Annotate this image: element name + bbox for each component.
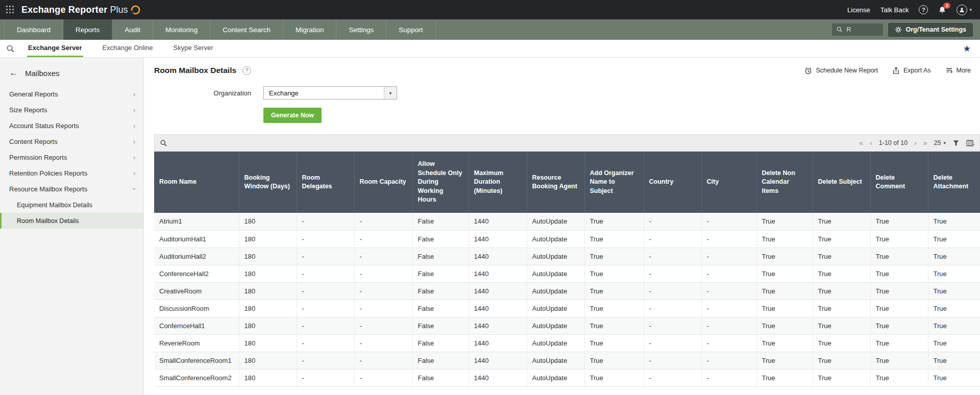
license-link[interactable]: License [847,6,870,14]
table-cell: - [354,230,412,248]
sidebar-item-equipment-mailbox-details[interactable]: Equipment Mailbox Details [0,197,143,213]
user-avatar-icon [957,5,967,15]
table-cell: True [813,265,870,282]
schedule-new-report-button[interactable]: Schedule New Report [804,67,878,75]
topbar: Exchange Reporter Plus License Talk Back… [0,0,980,19]
schedule-new-report-label: Schedule New Report [816,67,878,74]
table-row[interactable]: Atrium1180--False1440AutoUpdateTrue--Tru… [154,213,980,230]
org-tenant-settings-button[interactable]: Org/Tenant Settings [888,23,973,37]
sidebar-item-size-reports[interactable]: Size Reports› [0,102,143,118]
nav-tab-settings[interactable]: Settings [336,19,386,40]
nav-tab-migration[interactable]: Migration [283,19,337,40]
table-row[interactable]: DiscussionRoom180--False1440AutoUpdateTr… [154,300,980,317]
table-row[interactable]: SmallConferenceRoom1180--False1440AutoUp… [154,352,980,369]
subnav-tab-exchange-server[interactable]: Exchange Server [27,40,83,57]
column-header-city[interactable]: City [701,152,756,213]
column-header-delete-attachment[interactable]: Delete Attachment [928,152,980,213]
table-row[interactable]: ReverieRoom180--False1440AutoUpdateTrue-… [154,334,980,352]
table-cell: - [354,369,412,386]
sidebar-item-room-mailbox-details[interactable]: Room Mailbox Details [0,213,143,229]
column-header-delete-subject[interactable]: Delete Subject [813,152,870,213]
table-cell: - [354,265,412,282]
page-size-select[interactable]: 25 ▾ [934,139,946,146]
column-header-resource-booking-agent[interactable]: Resource Booking Agent [527,152,584,213]
column-header-room-delegates[interactable]: Room Delegates [297,152,354,213]
user-menu[interactable]: ▾ [957,5,972,15]
nav-tab-support[interactable]: Support [386,19,435,40]
sidebar-item-label: General Reports [9,90,58,98]
table-row[interactable]: SmallConferenceRoom2180--False1440AutoUp… [154,369,980,386]
organization-select[interactable]: Exchange ▾ [263,86,397,100]
notification-badge: 2 [943,3,950,9]
table-cell: AutoUpdate [527,213,584,230]
nav-tab-content-search[interactable]: Content Search [210,19,283,40]
export-icon [892,67,900,75]
table-row[interactable]: CreativeRoom180--False1440AutoUpdateTrue… [154,282,980,300]
last-page-button[interactable]: » [923,139,927,146]
subnav-tabs: Exchange ServerExchange OnlineSkype Serv… [27,40,214,57]
sidebar-item-general-reports[interactable]: General Reports› [0,86,143,102]
subnav: Exchange ServerExchange OnlineSkype Serv… [0,40,980,58]
nav-tab-audit[interactable]: Audit [112,19,153,40]
sidebar-item-retention-policies-reports[interactable]: Retention Policies Reports› [0,165,143,181]
nav-tab-reports[interactable]: Reports [63,19,112,40]
topbar-left: Exchange Reporter Plus [6,5,140,15]
table-search-icon[interactable] [160,139,167,147]
column-header-room-name[interactable]: Room Name [154,152,239,213]
column-header-add-organizer-name-to-subject[interactable]: Add Organizer Name to Subject [584,152,644,213]
column-header-room-capacity[interactable]: Room Capacity [354,152,412,213]
subnav-tab-exchange-online[interactable]: Exchange Online [102,40,154,57]
filter-icon[interactable] [952,139,960,146]
export-as-button[interactable]: Export As [892,67,931,75]
sidebar-item-content-reports[interactable]: Content Reports› [0,134,143,150]
column-header-booking-window-days[interactable]: Booking Window (Days) [239,152,297,213]
sidebar-item-account-status-reports[interactable]: Account Status Reports› [0,118,143,134]
table-row[interactable]: ConferenceHall2180--False1440AutoUpdateT… [154,265,980,282]
table-cell: True [584,334,644,352]
table-row[interactable]: AuditoriumHall2180--False1440AutoUpdateT… [154,248,980,265]
sidebar-item-permission-reports[interactable]: Permission Reports› [0,150,143,165]
notifications-button[interactable]: 2 [938,6,946,14]
table-cell: 180 [239,282,297,300]
table-cell: - [644,352,701,369]
table-cell: AutoUpdate [527,352,584,369]
table-row[interactable]: AuditoriumHall1180--False1440AutoUpdateT… [154,230,980,248]
column-header-delete-non-calendar-items[interactable]: Delete Non Calendar Items [756,152,813,213]
talkback-link[interactable]: Talk Back [880,6,909,14]
apps-grid-icon[interactable] [6,6,14,14]
table-cell: - [297,369,354,386]
favorite-star-icon[interactable]: ★ [963,40,971,57]
sidebar-item-resource-mailbox-reports[interactable]: Resource Mailbox Reports› [0,181,143,197]
more-button[interactable]: More [945,67,971,75]
search-reports-icon[interactable] [6,40,20,57]
table-cell: SmallConferenceRoom2 [154,369,239,386]
table-cell: True [584,282,644,300]
prev-page-button[interactable]: ‹ [870,139,872,146]
column-chooser-icon[interactable] [966,139,974,147]
first-page-button[interactable]: « [859,139,863,146]
more-label: More [957,67,971,74]
nav-search-input[interactable]: R [832,23,883,36]
back-arrow-icon: ← [9,68,18,78]
table-toolbar: « ‹ 1-10 of 10 › » 25 ▾ [154,134,980,152]
sidebar-back-button[interactable]: ← Mailboxes [0,64,143,86]
table-cell: True [813,352,870,369]
sidebar-item-label: Retention Policies Reports [9,169,87,177]
next-page-button[interactable]: › [914,139,917,146]
nav-tab-dashboard[interactable]: Dashboard [4,19,63,40]
subnav-tab-skype-server[interactable]: Skype Server [173,40,214,57]
table-row[interactable]: ConfernceHall1180--False1440AutoUpdateTr… [154,317,980,334]
nav-tab-monitoring[interactable]: Monitoring [153,19,210,40]
table-cell: ConferenceHall2 [154,265,239,282]
column-header-maximum-duration-minutes[interactable]: Maximum Duration (Minutes) [469,152,527,213]
column-header-allow-schedule-only-during-working-hours[interactable]: Allow Schedule Only During Working Hours [412,152,469,213]
table-cell: True [928,213,980,230]
column-header-delete-comment[interactable]: Delete Comment [870,152,928,213]
help-icon[interactable]: ? [919,5,928,14]
title-help-icon[interactable]: ? [242,66,251,75]
table-cell: True [813,300,870,317]
table-cell: True [870,352,928,369]
table-cell: True [928,352,980,369]
column-header-country[interactable]: Country [644,152,701,213]
generate-now-button[interactable]: Generate Now [263,108,322,123]
